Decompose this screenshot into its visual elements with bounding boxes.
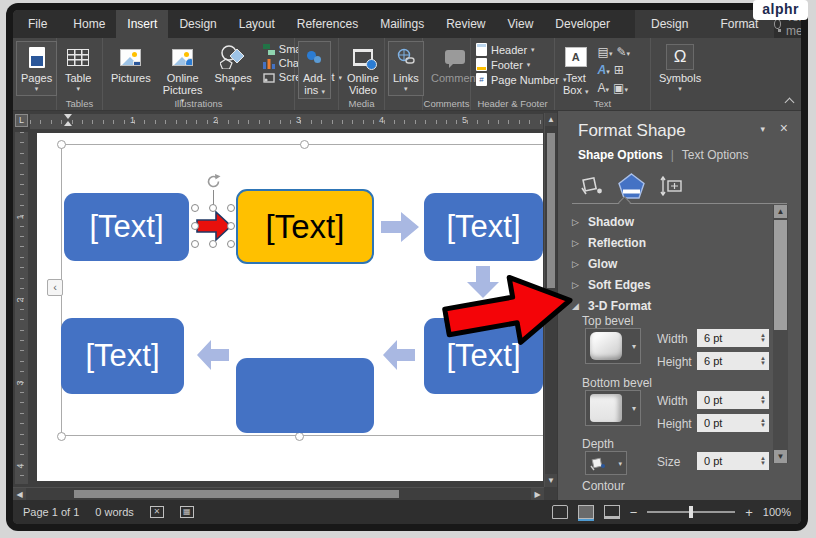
quick-parts-button[interactable]: ▤▾	[598, 45, 613, 59]
bottom-bevel-picker[interactable]: ▾	[585, 390, 641, 426]
depth-color-picker[interactable]: ▾	[585, 451, 627, 475]
wordart-button[interactable]: A▾	[598, 63, 610, 77]
tab-references[interactable]: References	[286, 10, 369, 38]
page-indicator[interactable]: Page 1 of 1	[23, 506, 79, 518]
tab-file[interactable]: File	[13, 10, 62, 38]
section-reflection[interactable]: ▷Reflection	[572, 232, 761, 253]
tab-view[interactable]: View	[497, 10, 545, 38]
tab-text-options[interactable]: Text Options	[682, 148, 749, 162]
selection-handle[interactable]	[227, 240, 235, 248]
frame-handle[interactable]	[57, 140, 66, 149]
panel-menu-icon[interactable]: ▾	[760, 124, 765, 134]
zoom-slider-thumb[interactable]	[689, 506, 693, 518]
section-soft-edges[interactable]: ▷Soft Edges	[572, 274, 761, 295]
fill-line-icon[interactable]	[580, 174, 604, 198]
selection-handle[interactable]	[191, 204, 199, 212]
bottom-bevel-width-field[interactable]: 0 pt ▲▼	[697, 391, 769, 409]
online-pictures-label1: Online	[167, 72, 199, 84]
signature-line-button[interactable]: ✎▾	[616, 45, 630, 59]
horizontal-scroll-thumb[interactable]	[74, 490, 399, 498]
tab-smartart-design[interactable]: Design	[635, 10, 704, 38]
close-icon[interactable]: ×	[780, 120, 788, 136]
frame-handle[interactable]	[300, 140, 309, 149]
zoom-slider[interactable]	[647, 511, 735, 513]
selection-handle[interactable]	[209, 240, 217, 248]
text-box-button[interactable]: A Text Box ▾	[558, 41, 594, 99]
tab-layout[interactable]: Layout	[228, 10, 286, 38]
section-glow[interactable]: ▷Glow	[572, 253, 761, 274]
rotation-handle-icon[interactable]	[205, 173, 222, 190]
panel-scroll-thumb[interactable]	[774, 220, 787, 330]
effects-pentagon-icon[interactable]	[618, 173, 645, 199]
selection-handle[interactable]	[227, 204, 235, 212]
scroll-up-icon[interactable]: ▲	[774, 205, 787, 218]
scroll-up-icon[interactable]: ▲	[545, 113, 557, 126]
spinner-arrows-icon[interactable]: ▲▼	[760, 418, 769, 428]
indent-markers[interactable]	[64, 114, 73, 129]
smartart-text-pane-toggle[interactable]: ‹	[47, 279, 63, 296]
table-button[interactable]: Table ▾	[60, 41, 96, 96]
selection-handle[interactable]	[227, 222, 235, 230]
zoom-out-button[interactable]: −	[630, 505, 638, 520]
document-horizontal-scrollbar[interactable]: ◀ ▶	[13, 487, 544, 500]
cycle-arrow-left[interactable]	[382, 338, 416, 372]
tab-design[interactable]: Design	[168, 10, 227, 38]
depth-size-field[interactable]: 0 pt ▲▼	[697, 452, 769, 470]
tab-insert[interactable]: Insert	[116, 10, 168, 38]
online-video-button[interactable]: Online Video	[342, 41, 384, 99]
smartart-shape-3[interactable]: [Text]	[424, 193, 543, 261]
cycle-arrow-left[interactable]	[197, 338, 229, 372]
links-button[interactable]: Links ▾	[388, 41, 424, 96]
section-shadow[interactable]: ▷Shadow	[572, 211, 761, 232]
symbols-button[interactable]: Ω Symbols ▾	[654, 41, 706, 96]
object-button[interactable]: ▣▾	[613, 81, 628, 95]
header-button[interactable]: Header ▾	[476, 43, 566, 56]
tab-home[interactable]: Home	[62, 10, 116, 38]
spinner-arrows-icon[interactable]: ▲▼	[760, 456, 769, 466]
date-time-button[interactable]: ⊞	[614, 63, 624, 77]
tab-shape-options[interactable]: Shape Options	[578, 148, 663, 162]
macro-record-icon[interactable]: ▦	[180, 506, 194, 518]
smartart-shape-2-selected[interactable]: [Text]	[236, 189, 374, 264]
scroll-right-icon[interactable]: ▶	[531, 488, 544, 500]
pages-button[interactable]: Pages ▾	[16, 41, 57, 96]
selection-handle[interactable]	[209, 204, 217, 212]
drop-cap-icon: A	[598, 81, 606, 95]
spinner-arrows-icon[interactable]: ▲▼	[760, 356, 769, 366]
tab-selector[interactable]: L	[15, 114, 28, 127]
tab-mailings[interactable]: Mailings	[369, 10, 435, 38]
zoom-in-button[interactable]: +	[745, 505, 753, 520]
zoom-level[interactable]: 100%	[763, 506, 791, 518]
tab-review[interactable]: Review	[435, 10, 496, 38]
frame-handle[interactable]	[57, 432, 66, 441]
web-layout-icon[interactable]	[604, 505, 620, 519]
spinner-arrows-icon[interactable]: ▲▼	[760, 395, 769, 405]
smartart-shape-5[interactable]	[236, 358, 374, 433]
word-count[interactable]: 0 words	[95, 506, 134, 518]
read-mode-icon[interactable]	[552, 505, 568, 519]
page-number-button[interactable]: # Page Number ▾	[476, 73, 566, 86]
tab-developer[interactable]: Developer	[544, 10, 621, 38]
top-bevel-picker[interactable]: ▾	[585, 328, 641, 364]
frame-handle[interactable]	[295, 432, 304, 441]
scroll-left-icon[interactable]: ◀	[13, 488, 26, 500]
print-layout-icon[interactable]	[578, 505, 594, 519]
footer-button[interactable]: Footer ▾	[476, 58, 566, 71]
section-3d-format[interactable]: ◢3-D Format	[572, 295, 761, 316]
top-bevel-height-field[interactable]: 6 pt ▲▼	[697, 352, 769, 370]
selection-handle[interactable]	[191, 240, 199, 248]
smartart-shape-1[interactable]: [Text]	[64, 193, 189, 261]
spinner-arrows-icon[interactable]: ▲▼	[760, 333, 769, 343]
selection-handle[interactable]	[191, 222, 199, 230]
smartart-shape-4[interactable]: [Text]	[61, 318, 184, 394]
scroll-down-icon[interactable]: ▼	[774, 450, 787, 463]
addins-button[interactable]: Add- ins ▾	[298, 41, 331, 99]
scroll-down-icon[interactable]: ▼	[545, 474, 557, 487]
bottom-bevel-height-field[interactable]: 0 pt ▲▼	[697, 414, 769, 432]
size-properties-icon[interactable]	[659, 174, 683, 198]
top-bevel-width-field[interactable]: 6 pt ▲▼	[697, 329, 769, 347]
proofing-icon[interactable]: ✕	[150, 506, 164, 518]
cycle-arrow-right[interactable]	[381, 212, 419, 242]
collapse-ribbon-icon[interactable]	[785, 98, 795, 108]
panel-scrollbar[interactable]: ▲ ▼	[773, 205, 788, 463]
